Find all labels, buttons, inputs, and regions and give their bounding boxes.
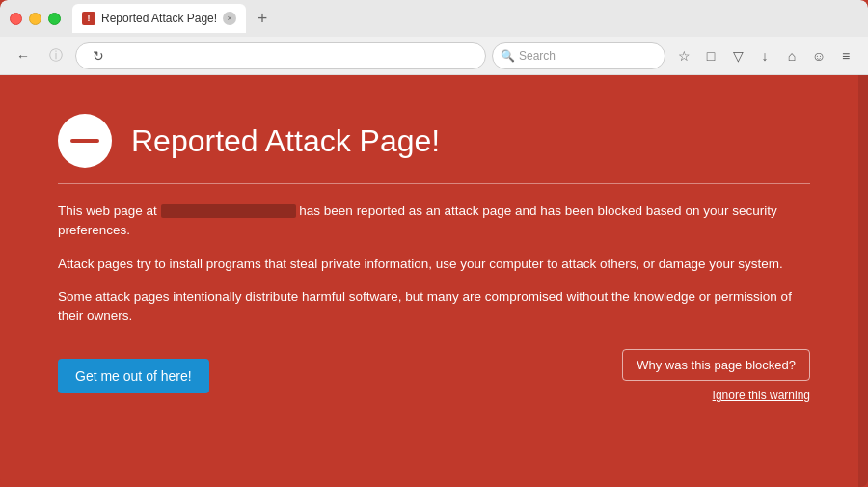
- why-blocked-button[interactable]: Why was this page blocked?: [622, 349, 810, 381]
- get-out-button[interactable]: Get me out of here!: [58, 359, 209, 393]
- titlebar: ! Reported Attack Page! × +: [0, 0, 868, 37]
- reload-icon: ↻: [93, 48, 104, 64]
- menu-icon[interactable]: ≡: [833, 43, 858, 68]
- reload-button[interactable]: ↻: [86, 43, 111, 68]
- toolbar: ← ⓘ ↻ 🔍 Search ☆ □ ▽ ↓ ⌂ ☺ ≡: [0, 37, 868, 75]
- download-icon[interactable]: ↓: [752, 43, 777, 68]
- page-title: Reported Attack Page!: [131, 123, 440, 159]
- wallet-icon[interactable]: □: [698, 43, 723, 68]
- address-bar[interactable]: ↻: [75, 42, 486, 69]
- back-icon: ←: [16, 48, 30, 64]
- tab-label: Reported Attack Page!: [101, 12, 217, 25]
- block-symbol: [70, 139, 99, 143]
- tab-favicon-icon: !: [82, 12, 95, 25]
- paragraph-2: Attack pages try to install programs tha…: [58, 255, 810, 274]
- toolbar-icons: ☆ □ ▽ ↓ ⌂ ☺ ≡: [671, 43, 858, 68]
- info-icon: ⓘ: [49, 47, 63, 65]
- back-button[interactable]: ←: [10, 42, 37, 69]
- tab-close-button[interactable]: ×: [223, 12, 236, 25]
- traffic-lights: [10, 13, 61, 25]
- buttons-row: Get me out of here! Why was this page bl…: [58, 349, 810, 402]
- close-button[interactable]: [10, 13, 22, 25]
- minimize-button[interactable]: [29, 13, 41, 25]
- search-bar[interactable]: 🔍 Search: [492, 42, 665, 69]
- block-shield-icon: [58, 114, 112, 168]
- info-button[interactable]: ⓘ: [42, 42, 69, 69]
- paragraph-3: Some attack pages intentionally distribu…: [58, 287, 810, 327]
- tab-bar: ! Reported Attack Page! × +: [72, 4, 858, 33]
- bookmark-icon[interactable]: ☆: [671, 43, 696, 68]
- right-buttons: Why was this page blocked? Ignore this w…: [622, 349, 810, 402]
- attack-page-content: Reported Attack Page! This web page at h…: [0, 75, 868, 487]
- maximize-button[interactable]: [48, 13, 61, 25]
- divider: [58, 183, 810, 184]
- home-icon[interactable]: ⌂: [779, 43, 804, 68]
- url-highlight: [161, 204, 296, 218]
- paragraph-1: This web page at has been reported as an…: [58, 202, 810, 241]
- profile-icon[interactable]: ☺: [806, 43, 831, 68]
- active-tab[interactable]: ! Reported Attack Page! ×: [72, 4, 246, 33]
- search-placeholder: Search: [519, 49, 556, 63]
- search-icon: 🔍: [501, 49, 515, 63]
- new-tab-button[interactable]: +: [250, 6, 275, 31]
- page-header-row: Reported Attack Page!: [58, 114, 810, 168]
- pocket-icon[interactable]: ▽: [725, 43, 750, 68]
- scrollbar-track[interactable]: [858, 75, 868, 487]
- ignore-warning-link[interactable]: Ignore this warning: [713, 389, 810, 402]
